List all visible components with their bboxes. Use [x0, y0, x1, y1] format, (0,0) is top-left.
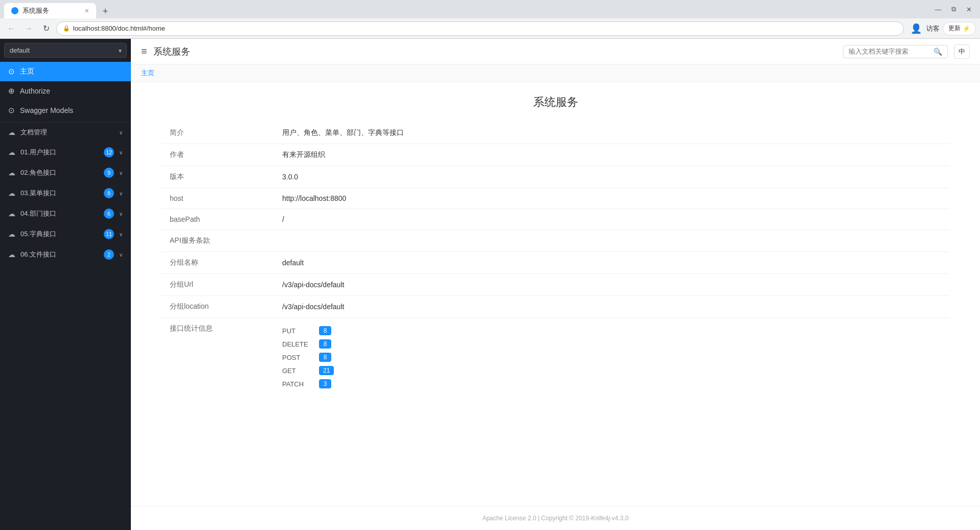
sidebar-item-dict-api[interactable]: ☁ 05.字典接口 11 ∨ [0, 224, 131, 244]
user-icon: 👤 [909, 21, 923, 36]
menu-api-badge: 8 [104, 188, 114, 198]
patch-label: PATCH [282, 380, 313, 388]
window-close-button[interactable]: ✕ [962, 2, 976, 16]
user-api-badge: 12 [104, 147, 114, 157]
sidebar-item-user-api[interactable]: ☁ 01.用户接口 12 ∨ [0, 142, 131, 163]
intro-value: 用户、角色、菜单、部门、字典等接口 [274, 122, 949, 144]
group-name-label: 分组名称 [162, 252, 274, 274]
tab-title: 系统服务 [22, 6, 81, 15]
menu-api-chevron-icon: ∨ [119, 191, 123, 196]
dict-api-chevron-icon: ∨ [119, 232, 123, 237]
doc-management-chevron-icon: ∨ [119, 130, 123, 135]
sidebar-item-file-api[interactable]: ☁ 06.文件接口 2 ∨ [0, 244, 131, 265]
window-restore-button[interactable]: ⧉ [946, 2, 961, 16]
info-table: 简介 用户、角色、菜单、部门、字典等接口 作者 有来开源组织 版本 3.0.0 [162, 122, 949, 397]
file-api-chevron-icon: ∨ [119, 252, 123, 258]
tab-favicon [11, 7, 18, 14]
intro-label: 简介 [162, 122, 274, 144]
group-location-value: /v3/api-docs/default [274, 296, 949, 318]
stats-put: PUT 8 [282, 324, 941, 337]
browser-tab[interactable]: 系统服务 × [4, 3, 96, 18]
stats-get: GET 21 [282, 364, 941, 377]
window-minimize-button[interactable]: — [931, 2, 945, 16]
role-api-icon: ☁ [8, 169, 15, 177]
post-label: POST [282, 354, 313, 361]
menu-api-icon: ☁ [8, 189, 15, 197]
sidebar-item-role-api[interactable]: ☁ 02.角色接口 9 ∨ [0, 163, 131, 183]
update-icon: ⚡ [963, 25, 970, 32]
forward-button[interactable]: → [21, 21, 36, 36]
file-api-badge: 2 [104, 249, 114, 260]
stats-patch: PATCH 3 [282, 377, 941, 390]
menu-icon[interactable]: ≡ [141, 45, 147, 57]
patch-badge: 3 [319, 379, 331, 388]
role-api-label: 02.角色接口 [20, 168, 99, 177]
home-icon: ⊙ [8, 67, 15, 76]
role-api-badge: 9 [104, 168, 114, 178]
home-label: 主页 [20, 67, 34, 76]
sidebar-item-swagger-models[interactable]: ⊙ Swagger Models [0, 101, 131, 120]
breadcrumb-home[interactable]: 主页 [141, 69, 154, 77]
menu-api-label: 03.菜单接口 [20, 189, 99, 198]
basepath-label: basePath [162, 209, 274, 230]
url-bar[interactable]: 🔒 localhost:8800/doc.html#/home [56, 21, 904, 36]
stats-label: 接口统计信息 [162, 318, 274, 397]
sidebar-item-authorize[interactable]: ⊕ Authorize [0, 81, 131, 101]
update-label: 更新 [948, 24, 961, 33]
tab-close-icon[interactable]: × [85, 7, 89, 15]
host-value: http://localhost:8800 [274, 188, 949, 209]
version-value: 3.0.0 [274, 166, 949, 188]
swagger-models-icon: ⊙ [8, 106, 15, 115]
delete-label: DELETE [282, 340, 313, 348]
basepath-value: / [274, 209, 949, 230]
file-api-label: 06.文件接口 [20, 250, 99, 259]
url-text: localhost:8800/doc.html#/home [73, 25, 165, 32]
user-api-chevron-icon: ∨ [119, 150, 123, 155]
update-button[interactable]: 更新 ⚡ [943, 22, 976, 35]
search-input[interactable] [849, 48, 930, 55]
doc-management-label: 文档管理 [20, 128, 114, 137]
lang-button[interactable]: 中 [954, 44, 970, 59]
lock-icon: 🔒 [63, 25, 70, 32]
dept-api-label: 04.部门接口 [20, 209, 99, 218]
sidebar-item-doc-management[interactable]: ☁ 文档管理 ∨ [0, 123, 131, 142]
new-tab-button[interactable]: + [98, 4, 112, 18]
author-label: 作者 [162, 144, 274, 166]
stats-delete: DELETE 8 [282, 337, 941, 351]
delete-badge: 8 [319, 339, 331, 349]
post-badge: 8 [319, 353, 331, 362]
version-label: 版本 [162, 166, 274, 188]
stats-post: POST 8 [282, 351, 941, 364]
page-title: 系统服务 [162, 95, 949, 110]
authorize-icon: ⊕ [8, 86, 15, 96]
swagger-models-label: Swagger Models [20, 106, 73, 114]
sidebar-item-home[interactable]: ⊙ 主页 [0, 62, 131, 81]
sidebar-item-dept-api[interactable]: ☁ 04.部门接口 6 ∨ [0, 203, 131, 224]
sidebar: default ▼ ⊙ 主页 ⊕ Authorize ⊙ Swagger Mod… [0, 39, 131, 530]
dept-api-icon: ☁ [8, 210, 15, 218]
get-label: GET [282, 367, 313, 375]
page-footer: Apache License 2.0 | Copyright © 2019-Kn… [131, 506, 980, 530]
dept-api-chevron-icon: ∨ [119, 211, 123, 217]
author-value: 有来开源组织 [274, 144, 949, 166]
search-icon[interactable]: 🔍 [933, 48, 942, 56]
group-name-value: default [274, 252, 949, 274]
group-select[interactable]: default [4, 43, 127, 58]
file-api-icon: ☁ [8, 250, 15, 259]
sidebar-item-menu-api[interactable]: ☁ 03.菜单接口 8 ∨ [0, 183, 131, 203]
get-badge: 21 [319, 366, 334, 375]
put-label: PUT [282, 327, 313, 335]
put-badge: 8 [319, 326, 331, 335]
search-box[interactable]: 🔍 [843, 45, 948, 58]
dict-api-label: 05.字典接口 [20, 229, 99, 239]
user-label: 访客 [926, 24, 940, 33]
authorize-label: Authorize [20, 87, 50, 95]
refresh-button[interactable]: ↻ [39, 21, 53, 36]
dict-api-icon: ☁ [8, 230, 15, 238]
group-url-value: /v3/api-docs/default [274, 274, 949, 296]
back-button[interactable]: ← [4, 21, 18, 36]
header-title: 系统服务 [153, 45, 837, 58]
group-location-label: 分组location [162, 296, 274, 318]
doc-management-icon: ☁ [8, 128, 15, 136]
group-url-label: 分组Url [162, 274, 274, 296]
